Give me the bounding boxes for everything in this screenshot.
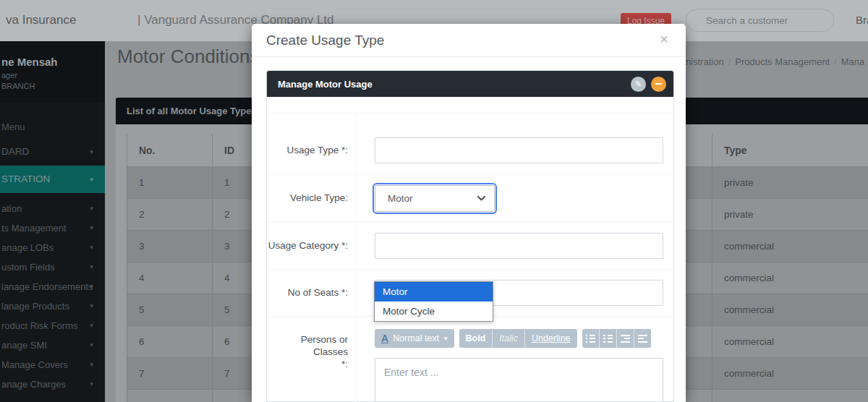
text-style-label: Normal text — [393, 333, 439, 343]
pencil-icon: ✎ — [635, 80, 642, 88]
cell: 1 — [127, 167, 213, 199]
breadcrumb-separator: / — [834, 56, 837, 67]
unordered-list-button[interactable] — [582, 329, 599, 348]
sidebar-item-ation[interactable]: ation▾ — [0, 199, 105, 218]
persons-or-classes-editor[interactable]: Enter text ... — [375, 358, 663, 402]
italic-button[interactable]: Italic — [493, 329, 524, 348]
close-icon[interactable]: × — [655, 31, 673, 47]
underline-button[interactable]: Underline — [525, 329, 577, 348]
cell: 8 — [127, 390, 213, 402]
breadcrumb-separator: / — [728, 56, 731, 67]
indent-icon — [621, 335, 630, 343]
collapse-button[interactable] — [651, 77, 666, 92]
no-of-seats-label: No of Seats *: — [267, 280, 355, 306]
chevron-down-icon: ▾ — [90, 316, 93, 335]
indent-button[interactable] — [617, 329, 634, 348]
list-group — [582, 329, 651, 348]
cell: private — [712, 199, 868, 231]
chevron-down-icon: ▾ — [90, 166, 93, 193]
persons-or-classes-label: Persons or Classes *: — [267, 327, 355, 402]
vehicle-type-label: Vehicle Type: — [267, 185, 355, 212]
sidebar-item-anage-smi[interactable]: anage SMI▾ — [0, 335, 105, 355]
app-screen: va Insurance | Vanguard Assurance Compan… — [0, 0, 868, 402]
outdent-icon — [638, 335, 647, 343]
cell: private — [712, 167, 868, 199]
cell: 3 — [127, 231, 213, 262]
page-title: Motor Conditions — [117, 46, 260, 68]
column-header-type: Type — [712, 134, 868, 167]
no-of-seats-row: No of Seats *: MotorMotor Cycle — [267, 269, 673, 316]
chevron-down-icon — [477, 196, 485, 201]
caret-down-icon: ▾ — [444, 335, 448, 342]
usage-category-input[interactable] — [375, 233, 663, 259]
cell: commercial — [712, 262, 868, 294]
cell: 6 — [127, 326, 213, 358]
dropdown-option-motor-cycle[interactable]: Motor Cycle — [375, 302, 493, 321]
sidebar-item-manage-covers[interactable]: Manage Covers▾ — [0, 355, 105, 375]
sidebar-user-block: ne Mensah ager BRANCH — [0, 41, 105, 102]
modal-body: Manage Motor Usage ✎ Usage Type *: — [252, 57, 686, 402]
sidebar: ne Mensah ager BRANCH Menu DARD▾STRATION… — [0, 41, 105, 402]
breadcrumb-item[interactable]: Products Management — [735, 56, 830, 67]
ordered-list-button[interactable] — [600, 329, 616, 348]
breadcrumb-item[interactable]: Mana — [841, 56, 865, 67]
widget-title: Manage Motor Usage — [278, 79, 626, 90]
chevron-down-icon: ▾ — [90, 238, 93, 257]
user-role: ager — [1, 70, 99, 81]
breadcrumb: inistration/Products Management/Mana — [684, 56, 864, 67]
format-group: Bold Italic Underline — [459, 329, 577, 348]
chevron-down-icon: ▾ — [90, 257, 93, 277]
unordered-list-icon — [586, 335, 595, 343]
sidebar-submenu: ation▾ts Management▾anage LOBs▾ustom Fie… — [0, 199, 105, 394]
sidebar-item-anage-charges[interactable]: anage Charges▾ — [0, 375, 105, 394]
sidebar-section-stration[interactable]: STRATION▾ — [0, 166, 105, 193]
vehicle-type-dropdown: MotorMotor Cycle — [374, 281, 493, 322]
usage-category-label: Usage Category *: — [267, 233, 355, 259]
dropdown-option-motor[interactable]: Motor — [375, 282, 493, 302]
sidebar-item-lanage-products[interactable]: lanage Products▾ — [0, 296, 105, 316]
sidebar-nav: DARD▾STRATION▾ation▾ts Management▾anage … — [0, 138, 105, 394]
widget-body: Usage Type *: Vehicle Type: Motor — [267, 97, 673, 402]
cell: commercial — [712, 294, 868, 326]
chevron-down-icon: ▾ — [90, 218, 93, 238]
usage-type-label: Usage Type *: — [267, 137, 355, 163]
sidebar-item-ts-management[interactable]: ts Management▾ — [0, 218, 105, 238]
modal-titlebar: Create Usage Type × — [252, 24, 686, 57]
vehicle-type-value: Motor — [384, 193, 477, 204]
sidebar-item-anage-lobs[interactable]: anage LOBs▾ — [0, 238, 105, 257]
user-branch: BRANCH — [1, 81, 99, 92]
text-style-button[interactable]: A Normal text ▾ — [375, 329, 454, 348]
sidebar-item-ustom-fields[interactable]: ustom Fields▾ — [0, 257, 105, 277]
ordered-list-icon — [603, 335, 613, 343]
outdent-button[interactable] — [634, 329, 651, 348]
search-customer-input[interactable] — [686, 9, 834, 32]
vehicle-type-select[interactable]: Motor — [375, 185, 495, 212]
bold-button[interactable]: Bold — [459, 329, 493, 348]
sidebar-item-lanage-endorsements[interactable]: lanage Endorsements▾ — [0, 277, 105, 296]
modal-title: Create Usage Type — [266, 33, 384, 48]
text-style-group: A Normal text ▾ — [375, 329, 454, 348]
editor-toolbar: A Normal text ▾ Bold Italic — [375, 329, 663, 348]
cell: 7 — [127, 358, 213, 390]
app-logo: va Insurance — [6, 13, 76, 27]
user-name: ne Mensah — [1, 56, 99, 68]
chevron-down-icon: ▾ — [90, 138, 93, 166]
breadcrumb-item[interactable]: inistration — [684, 56, 724, 67]
menu-label: Menu — [1, 121, 105, 132]
edit-button[interactable]: ✎ — [631, 77, 646, 92]
persons-or-classes-row: Persons or Classes *: A Normal text ▾ — [267, 316, 673, 402]
persons-label-line2: *: — [267, 358, 348, 370]
cell: commercial — [712, 390, 868, 402]
chevron-down-icon: ▾ — [90, 277, 93, 296]
chevron-down-icon: ▾ — [90, 296, 93, 316]
usage-category-row: Usage Category *: — [267, 222, 673, 269]
vehicle-type-row: Vehicle Type: Motor — [267, 174, 673, 222]
cell: commercial — [712, 358, 868, 390]
cell: 4 — [127, 262, 213, 294]
usage-type-input[interactable] — [375, 137, 663, 163]
sidebar-item-roduct-risk-forms[interactable]: roduct Risk Forms▾ — [0, 316, 105, 335]
widget-header: Manage Motor Usage ✎ — [267, 71, 673, 97]
cell: commercial — [712, 231, 868, 262]
sidebar-section-dard[interactable]: DARD▾ — [0, 138, 105, 166]
chevron-down-icon: ▾ — [90, 375, 93, 394]
